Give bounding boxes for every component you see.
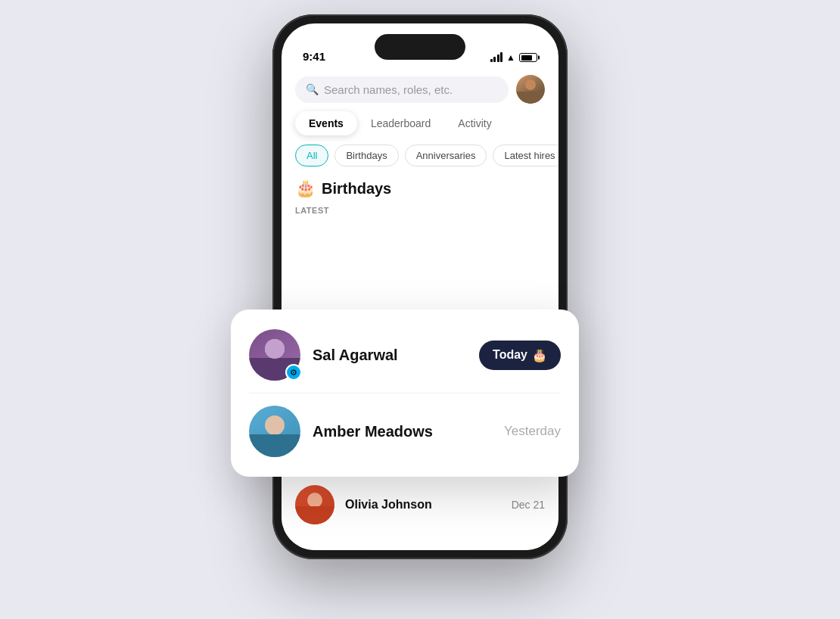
today-label: Today (493, 348, 527, 362)
status-icons: ▲ (490, 52, 537, 63)
amber-avatar (249, 406, 300, 457)
filter-latest-hires[interactable]: Latest hires (493, 145, 558, 166)
olivia-avatar (295, 485, 334, 524)
upcoming-list: Olivia Johnson Dec 21 (282, 474, 558, 535)
sal-row: ⚙ Sal Agarwal Today 🎂 (249, 317, 561, 393)
user-avatar[interactable] (516, 75, 545, 104)
wifi-icon: ▲ (506, 52, 515, 63)
phone-wrapper: 9:41 ▲ (272, 14, 568, 605)
filter-anniversaries[interactable]: Anniversaries (405, 145, 487, 166)
amber-date: Yesterday (504, 424, 561, 439)
status-time: 9:41 (303, 50, 325, 63)
filter-birthdays[interactable]: Birthdays (334, 145, 398, 166)
floating-card: ⚙ Sal Agarwal Today 🎂 Amber Meadows Yest… (231, 310, 579, 477)
tab-events[interactable]: Events (295, 111, 357, 135)
filter-row: All Birthdays Anniversaries Latest hires (282, 145, 558, 179)
search-placeholder: Search names, roles, etc. (324, 83, 453, 96)
section-title: Birthdays (322, 180, 391, 198)
today-emoji: 🎂 (532, 348, 547, 362)
battery-icon (519, 53, 537, 62)
search-bar: 🔍 Search names, roles, etc. (282, 67, 558, 111)
search-icon: 🔍 (306, 83, 319, 95)
amber-row: Amber Meadows Yesterday (249, 393, 561, 469)
search-input-wrap[interactable]: 🔍 Search names, roles, etc. (295, 76, 509, 103)
filter-all[interactable]: All (295, 145, 328, 166)
latest-label: LATEST (282, 203, 558, 221)
section-header: 🎂 Birthdays (282, 179, 558, 203)
sal-avatar: ⚙ (249, 329, 300, 381)
app-content: 🔍 Search names, roles, etc. Events Leade… (282, 67, 558, 550)
tab-leaderboard[interactable]: Leaderboard (357, 111, 444, 135)
tabs-row: Events Leaderboard Activity (282, 111, 558, 145)
olivia-date: Dec 21 (512, 499, 545, 511)
list-item: Olivia Johnson Dec 21 (295, 474, 545, 535)
today-badge: Today 🎂 (479, 341, 561, 370)
tab-activity[interactable]: Activity (444, 111, 505, 135)
olivia-name: Olivia Johnson (345, 498, 501, 512)
verified-badge: ⚙ (285, 364, 302, 381)
phone-frame: 9:41 ▲ (272, 14, 568, 559)
birthday-icon: 🎂 (295, 179, 316, 198)
dynamic-island (375, 34, 465, 60)
sal-name: Sal Agarwal (313, 347, 467, 364)
signal-icon (490, 53, 503, 62)
amber-name: Amber Meadows (313, 423, 492, 440)
